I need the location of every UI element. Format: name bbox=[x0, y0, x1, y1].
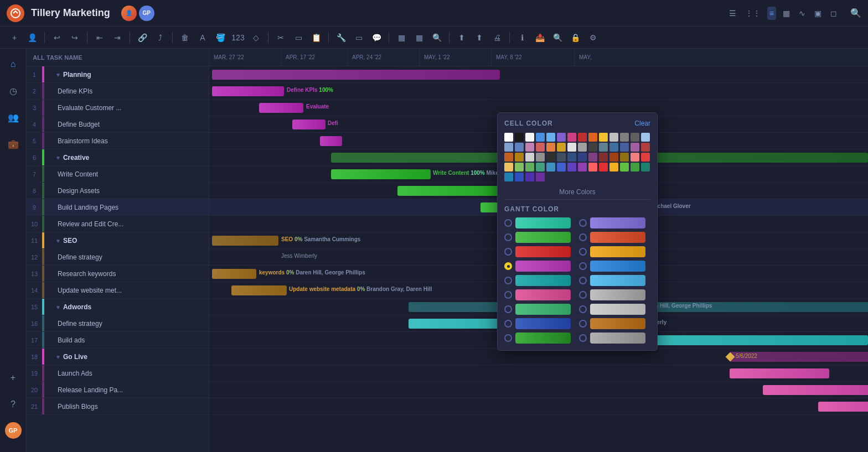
task-row[interactable]: 2 Define KPIs bbox=[27, 83, 209, 100]
color-swatch[interactable] bbox=[546, 163, 555, 172]
color-swatch[interactable] bbox=[609, 133, 618, 142]
copy-button[interactable]: ▭ bbox=[291, 30, 306, 45]
color-swatch[interactable] bbox=[620, 143, 629, 152]
task-row[interactable]: 21 Publish Blogs bbox=[27, 398, 209, 415]
task-row[interactable]: 3 Evaluate Customer ... bbox=[27, 100, 209, 116]
undo-button[interactable]: ↩ bbox=[49, 30, 65, 45]
task-row[interactable]: 14 Update website met... bbox=[27, 282, 209, 299]
color-swatch[interactable] bbox=[609, 143, 618, 152]
color-swatch[interactable] bbox=[525, 153, 534, 162]
color-swatch[interactable] bbox=[609, 153, 618, 162]
gantt-color-option[interactable] bbox=[504, 217, 576, 228]
gantt-color-radio[interactable] bbox=[579, 334, 587, 342]
color-swatch[interactable] bbox=[557, 163, 566, 172]
gantt-color-option[interactable] bbox=[504, 332, 576, 344]
gantt-color-option[interactable] bbox=[504, 246, 576, 257]
color-swatch[interactable] bbox=[599, 143, 608, 152]
gantt-color-radio[interactable] bbox=[504, 262, 512, 270]
task-row[interactable]: 6 ▼Creative bbox=[27, 149, 209, 166]
gantt-color-option[interactable] bbox=[579, 217, 650, 228]
gantt-color-radio[interactable] bbox=[579, 277, 587, 284]
color-swatch[interactable] bbox=[599, 153, 608, 162]
task-row[interactable]: 8 Design Assets bbox=[27, 183, 209, 199]
color-swatch[interactable] bbox=[578, 143, 587, 152]
color-swatch[interactable] bbox=[641, 133, 650, 142]
gantt-color-radio[interactable] bbox=[504, 248, 512, 256]
gantt-color-radio[interactable] bbox=[579, 320, 587, 328]
sidebar-help-icon[interactable]: ? bbox=[4, 396, 22, 413]
lock-button[interactable]: 🔒 bbox=[567, 30, 583, 45]
cut-button[interactable]: ✂ bbox=[273, 30, 288, 45]
color-swatch[interactable] bbox=[588, 163, 597, 172]
gantt-color-radio[interactable] bbox=[504, 277, 512, 284]
delete-button[interactable]: 🗑 bbox=[177, 30, 193, 45]
color-swatch[interactable] bbox=[567, 153, 576, 162]
indent-button[interactable]: ⇥ bbox=[110, 30, 125, 45]
gantt-bar-evaluate[interactable] bbox=[259, 103, 303, 113]
color-swatch[interactable] bbox=[641, 153, 650, 162]
task-row[interactable]: 16 Define strategy bbox=[27, 315, 209, 332]
gantt-color-radio[interactable] bbox=[504, 219, 512, 227]
color-swatch[interactable] bbox=[525, 173, 534, 181]
search-icon[interactable]: 🔍 bbox=[850, 8, 861, 18]
color-swatch[interactable] bbox=[599, 163, 608, 172]
gantt-color-option[interactable] bbox=[579, 318, 650, 329]
color-swatch[interactable] bbox=[578, 153, 587, 162]
share-button[interactable]: 📤 bbox=[532, 30, 547, 45]
gantt-bar-designassets[interactable] bbox=[397, 186, 508, 196]
color-swatch[interactable] bbox=[525, 133, 534, 142]
gantt-color-option[interactable] bbox=[504, 304, 576, 315]
color-swatch[interactable] bbox=[557, 153, 566, 162]
task-row[interactable]: 7 Write Content bbox=[27, 166, 209, 183]
color-swatch[interactable] bbox=[504, 133, 513, 142]
task-row[interactable]: 5 Brainstorm Ideas bbox=[27, 133, 209, 149]
color-swatch[interactable] bbox=[525, 143, 534, 152]
color-swatch[interactable] bbox=[567, 133, 576, 142]
color-swatch[interactable] bbox=[588, 133, 597, 142]
gantt-color-option[interactable] bbox=[579, 289, 650, 300]
color-swatch[interactable] bbox=[557, 143, 566, 152]
color-swatch[interactable] bbox=[546, 153, 555, 162]
color-swatch[interactable] bbox=[620, 163, 629, 172]
gantt-bar-launchads[interactable] bbox=[730, 368, 829, 378]
gantt-bar-definekpis[interactable] bbox=[212, 86, 284, 96]
task-row[interactable]: 17 Build ads bbox=[27, 332, 209, 349]
color-swatch[interactable] bbox=[515, 173, 524, 181]
more-colors-button[interactable]: More Colors bbox=[504, 185, 650, 200]
color-swatch[interactable] bbox=[557, 133, 566, 142]
gantt-color-radio[interactable] bbox=[504, 305, 512, 313]
paint-bucket-button[interactable]: 🪣 bbox=[213, 30, 228, 45]
gantt-bar-updatewebsite[interactable] bbox=[231, 285, 287, 295]
task-row[interactable]: 10 Review and Edit Cre... bbox=[27, 216, 209, 232]
color-swatch[interactable] bbox=[504, 173, 513, 181]
gantt-color-radio[interactable] bbox=[579, 219, 587, 227]
gantt-color-radio[interactable] bbox=[504, 320, 512, 328]
gantt-bar-brainstorm[interactable] bbox=[320, 136, 342, 146]
gantt-bar-releaselanding[interactable] bbox=[763, 385, 868, 395]
comment-button[interactable]: 💬 bbox=[369, 30, 384, 45]
gantt-color-option[interactable] bbox=[504, 261, 576, 272]
gantt-color-option[interactable] bbox=[504, 318, 576, 329]
color-swatch[interactable] bbox=[599, 133, 608, 142]
outdent-button[interactable]: ⇤ bbox=[92, 30, 107, 45]
color-swatch[interactable] bbox=[620, 133, 629, 142]
color-swatch[interactable] bbox=[631, 143, 639, 152]
gantt-color-radio[interactable] bbox=[504, 233, 512, 241]
color-swatch[interactable] bbox=[609, 163, 618, 172]
color-swatch[interactable] bbox=[631, 153, 639, 162]
gantt-color-radio[interactable] bbox=[579, 262, 587, 270]
color-swatch[interactable] bbox=[504, 143, 513, 152]
color-swatch[interactable] bbox=[588, 153, 597, 162]
import-button[interactable]: ⬆ bbox=[454, 30, 469, 45]
table-view-icon[interactable]: ▦ bbox=[781, 7, 792, 20]
task-row[interactable]: 12 Define strategy bbox=[27, 249, 209, 266]
color-swatch[interactable] bbox=[641, 163, 650, 172]
color-swatch[interactable] bbox=[536, 153, 545, 162]
gantt-color-option[interactable] bbox=[579, 261, 650, 272]
gantt-color-radio[interactable] bbox=[579, 291, 587, 299]
wrench-button[interactable]: 🔧 bbox=[333, 30, 349, 45]
number-button[interactable]: 123 bbox=[230, 30, 246, 45]
gantt-bar-planning[interactable] bbox=[212, 70, 500, 80]
gantt-bar-publishblogs[interactable] bbox=[818, 402, 868, 412]
color-swatch[interactable] bbox=[504, 163, 513, 172]
